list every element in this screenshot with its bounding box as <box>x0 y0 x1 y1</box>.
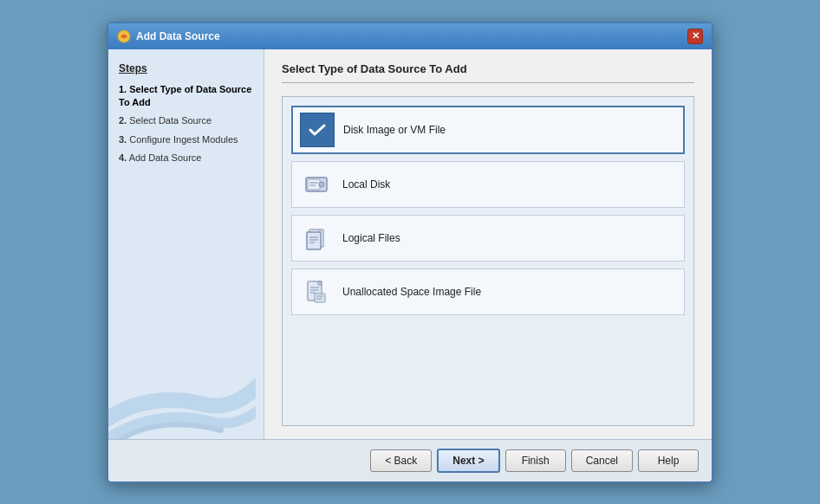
checkmark-icon <box>305 118 329 142</box>
steps-panel: Steps 1. Select Type of Data Source To A… <box>108 49 264 439</box>
title-bar-left: Add Data Source <box>117 29 220 43</box>
logical-files-label: Logical Files <box>342 232 400 244</box>
local-disk-label: Local Disk <box>342 178 390 191</box>
option-local-disk[interactable]: Local Disk <box>291 161 685 208</box>
local-disk-icon <box>299 167 334 202</box>
svg-rect-7 <box>307 232 321 249</box>
main-panel-title: Select Type of Data Source To Add <box>282 62 694 83</box>
app-icon <box>117 29 131 43</box>
main-panel: Select Type of Data Source To Add Disk I… <box>264 49 712 439</box>
svg-rect-2 <box>308 179 320 190</box>
step-3: 3. Configure Ingest Modules <box>119 133 253 146</box>
help-button[interactable]: Help <box>638 449 699 472</box>
close-button[interactable]: ✕ <box>687 29 703 44</box>
finish-button[interactable]: Finish <box>505 449 566 472</box>
steps-list: 1. Select Type of Data Source To Add 2. … <box>119 83 253 165</box>
option-logical-files[interactable]: Logical Files <box>291 215 685 262</box>
svg-point-3 <box>319 182 324 187</box>
options-area: Disk Image or VM File Lo <box>282 96 694 426</box>
option-unallocated[interactable]: Unallocated Space Image File <box>291 268 685 315</box>
dialog-title: Add Data Source <box>136 30 220 42</box>
unallocated-label: Unallocated Space Image File <box>342 286 481 298</box>
steps-heading: Steps <box>119 62 253 74</box>
dialog-footer: < Back Next > Finish Cancel Help <box>108 439 712 481</box>
disk-image-icon <box>300 113 335 147</box>
cancel-button[interactable]: Cancel <box>571 449 633 472</box>
step-2: 2. Select Data Source <box>119 114 253 127</box>
unallocated-icon <box>299 275 334 309</box>
dialog-body: Steps 1. Select Type of Data Source To A… <box>108 49 712 439</box>
disk-image-label: Disk Image or VM File <box>343 124 446 136</box>
back-button[interactable]: < Back <box>370 449 432 472</box>
step-4: 4. Add Data Source <box>119 152 253 165</box>
add-data-source-dialog: Add Data Source ✕ Steps 1. Select Type o… <box>107 22 713 483</box>
logical-files-icon <box>299 221 334 255</box>
option-disk-image[interactable]: Disk Image or VM File <box>291 106 685 154</box>
step-1: 1. Select Type of Data Source To Add <box>119 83 253 110</box>
watermark-decoration <box>108 335 256 439</box>
title-bar: Add Data Source ✕ <box>108 23 712 49</box>
svg-rect-18 <box>315 294 325 302</box>
next-button[interactable]: Next > <box>437 449 499 473</box>
